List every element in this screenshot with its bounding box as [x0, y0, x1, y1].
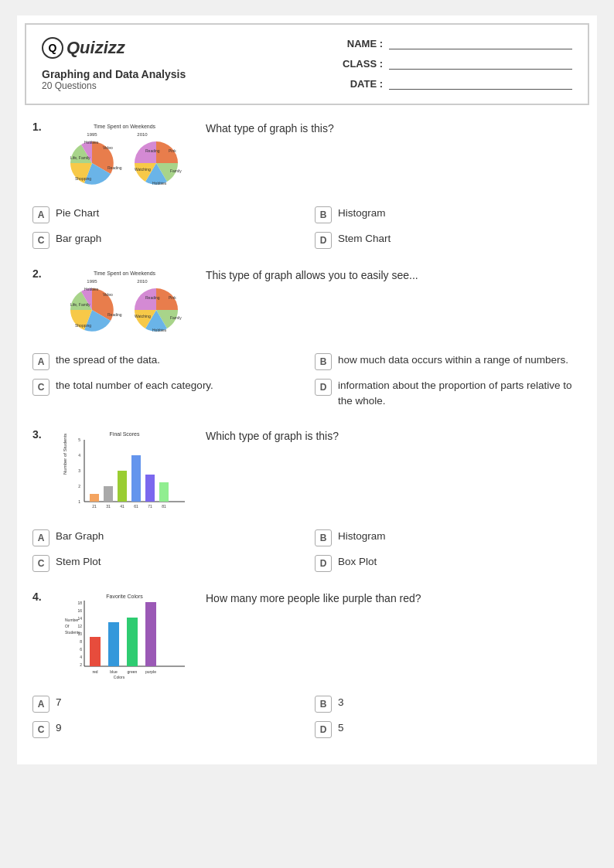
svg-text:1995: 1995: [87, 132, 97, 137]
date-row: DATE :: [340, 77, 572, 90]
q4-letter-c: C: [32, 721, 49, 738]
svg-text:5: 5: [78, 437, 80, 442]
q2-answer-b: B how much data occurs within a range of…: [315, 352, 582, 370]
svg-text:18: 18: [77, 601, 82, 605]
q4-text-c: 9: [56, 720, 62, 736]
date-line: [389, 77, 572, 90]
logo-area: Q Quizizz Graphing and Data Analysis 20 …: [42, 37, 186, 91]
q4-text-d: 5: [338, 720, 344, 736]
svg-text:blue: blue: [110, 669, 118, 674]
svg-text:Hobbies: Hobbies: [84, 140, 99, 145]
date-label: DATE :: [340, 78, 383, 90]
q2-text-c: the total number of each category.: [56, 378, 213, 393]
q1-answer-b: B Histogram: [315, 206, 582, 223]
q3-letter-a: A: [32, 529, 49, 546]
svg-text:purple: purple: [145, 669, 156, 674]
svg-text:2: 2: [80, 662, 82, 667]
q4-answer-b: B 3: [315, 695, 582, 713]
svg-text:2: 2: [78, 484, 80, 488]
question-4-image: Favorite Colors Number Of Students 2 4 6…: [57, 591, 196, 682]
svg-text:6: 6: [80, 647, 82, 652]
svg-text:Pink: Pink: [169, 148, 176, 153]
svg-text:Family: Family: [170, 315, 182, 320]
question-2-number: 2.: [32, 267, 48, 280]
q2-letter-d: D: [315, 379, 332, 396]
question-1: 1. Time Spent on Weekends 1995 2010: [32, 121, 582, 249]
q1-text-b: Histogram: [338, 206, 386, 221]
question-2-image: Time Spent on Weekends 1995 2010 Video R…: [57, 267, 196, 340]
svg-text:Number of Students: Number of Students: [63, 433, 67, 474]
svg-text:Reading: Reading: [107, 312, 122, 317]
name-label: NAME :: [340, 38, 383, 49]
svg-rect-35: [159, 482, 169, 502]
q1-answer-c: C Bar graph: [32, 231, 299, 249]
question-3: 3. Final Scores Number of Students: [32, 428, 582, 572]
q1-answer-a: A Pie Chart: [32, 206, 299, 223]
q2-text-a: the spread of the data.: [56, 352, 160, 368]
svg-text:Video: Video: [103, 145, 113, 150]
svg-text:red: red: [92, 669, 97, 674]
q4-answer-c: C 9: [32, 720, 299, 738]
svg-text:Hobbies: Hobbies: [152, 181, 167, 186]
pie-chart-2: Time Spent on Weekends 1995 2010 Video R…: [57, 267, 193, 337]
quiz-subtitle: 20 Questions: [42, 80, 186, 91]
q4-text-a: 7: [56, 695, 62, 710]
q2-answer-c: C the total number of each category.: [32, 378, 299, 410]
class-label: CLASS :: [340, 58, 383, 70]
q3-letter-b: B: [315, 529, 332, 546]
q1-text-a: Pie Chart: [56, 206, 99, 221]
question-1-text: What type of graph is this?: [206, 121, 582, 137]
q2-letter-b: B: [315, 353, 332, 370]
svg-text:61: 61: [134, 504, 138, 509]
content: 1. Time Spent on Weekends 1995 2010: [17, 113, 597, 764]
svg-text:Video: Video: [103, 292, 113, 297]
svg-text:8: 8: [80, 639, 82, 644]
svg-text:71: 71: [148, 504, 152, 509]
q3-text-c: Stem Plot: [56, 554, 101, 570]
question-3-text: Which type of graph is this?: [206, 428, 582, 444]
question-4-answers: A 7 B 3 C 9 D 5: [32, 695, 582, 738]
svg-text:31: 31: [106, 504, 111, 509]
svg-rect-32: [118, 471, 127, 502]
svg-text:Final Scores: Final Scores: [110, 431, 140, 437]
svg-text:Reading: Reading: [107, 165, 122, 170]
question-2-text: This type of graph allows you to easily …: [206, 267, 582, 284]
svg-text:81: 81: [162, 504, 166, 509]
question-4-header: 4. Favorite Colors Number Of Students 2 …: [32, 591, 582, 682]
class-line: [389, 57, 572, 70]
logo-icon: Q: [42, 37, 63, 59]
question-1-header: 1. Time Spent on Weekends 1995 2010: [32, 121, 582, 193]
question-3-number: 3.: [32, 428, 48, 441]
svg-text:Number: Number: [65, 618, 79, 622]
question-1-number: 1.: [32, 121, 48, 133]
svg-text:Of: Of: [65, 624, 70, 628]
svg-text:12: 12: [77, 624, 82, 628]
q1-letter-a: A: [32, 206, 49, 223]
svg-text:Reading: Reading: [145, 148, 160, 153]
svg-text:21: 21: [92, 504, 97, 509]
q1-answer-d: D Stem Chart: [315, 231, 582, 249]
svg-text:Watching: Watching: [135, 314, 151, 318]
svg-text:Life, Family: Life, Family: [70, 302, 90, 307]
q4-letter-a: A: [32, 696, 49, 713]
q1-text-c: Bar graph: [56, 231, 101, 247]
q1-letter-b: B: [315, 206, 332, 223]
svg-text:Watching: Watching: [135, 167, 151, 172]
q1-text-d: Stem Chart: [338, 231, 391, 247]
svg-text:Life, Family: Life, Family: [70, 155, 90, 160]
q3-text-a: Bar Graph: [56, 529, 104, 544]
logo: Q Quizizz: [42, 37, 186, 59]
svg-rect-65: [145, 602, 156, 666]
page: Q Quizizz Graphing and Data Analysis 20 …: [17, 15, 597, 764]
svg-text:Hobbies: Hobbies: [152, 328, 167, 332]
q4-answer-d: D 5: [315, 720, 582, 738]
q3-text-b: Histogram: [338, 529, 386, 544]
bar-chart-4: Favorite Colors Number Of Students 2 4 6…: [57, 591, 193, 679]
svg-text:16: 16: [77, 608, 82, 613]
q2-answer-d: D information about the proportion of pa…: [315, 378, 582, 410]
svg-text:4: 4: [78, 453, 80, 458]
svg-text:Time Spent on Weekends: Time Spent on Weekends: [94, 124, 156, 130]
pie-chart-1: Time Spent on Weekends 1995 2010: [57, 121, 193, 190]
question-4: 4. Favorite Colors Number Of Students 2 …: [32, 591, 582, 738]
q3-answer-c: C Stem Plot: [32, 554, 299, 572]
